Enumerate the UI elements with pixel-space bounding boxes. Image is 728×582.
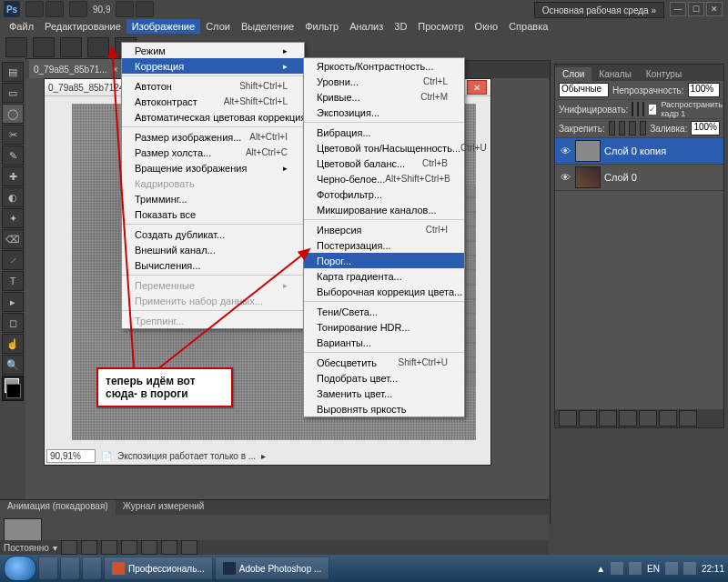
workspace-switcher[interactable]: Основная рабочая среда » <box>534 2 664 18</box>
propagate-checkbox[interactable]: ✓ <box>648 104 657 115</box>
tab-measurement-log[interactable]: Журнал измерений <box>116 500 212 515</box>
link-layers-button[interactable] <box>559 410 577 426</box>
tool-9[interactable]: ⟋ <box>2 250 24 270</box>
zoom-readout[interactable]: 90,9 <box>93 5 110 15</box>
task-photoshop[interactable]: Adobe Photoshop ... <box>215 557 330 580</box>
selection-new-button[interactable] <box>33 37 55 57</box>
document-tab[interactable]: 0_79a85_85b71...× <box>25 58 126 79</box>
menu-item[interactable]: Размер изображения... <box>122 129 304 145</box>
tab-animation[interactable]: Анимация (покадровая) <box>0 500 116 515</box>
maximize-button[interactable]: ☐ <box>688 2 704 16</box>
menu-Изображение[interactable]: Изображение <box>126 19 200 34</box>
volume-icon[interactable] <box>683 562 696 575</box>
language-indicator[interactable]: EN <box>647 564 660 574</box>
menu-item[interactable]: Микширование каналов... <box>304 202 464 217</box>
zoom-input[interactable]: 90,91% <box>46 449 96 463</box>
menu-item[interactable]: Черно-белое... <box>304 171 464 186</box>
opacity-input[interactable]: 100% <box>688 83 720 97</box>
menu-item[interactable]: Кривые... <box>304 89 464 105</box>
image-menu[interactable]: РежимКоррекцияАвтотонАвтоконтрастАвтомат… <box>121 42 305 329</box>
menu-item[interactable]: Заменить цвет... <box>304 386 464 401</box>
system-tray[interactable]: ▲ EN 22:11 <box>596 562 724 575</box>
tool-preset-button[interactable] <box>5 37 27 57</box>
menu-item[interactable]: Создать дубликат... <box>122 226 304 242</box>
prev-frame-button[interactable] <box>81 540 97 555</box>
unify-style-button[interactable] <box>642 102 644 116</box>
play-button[interactable] <box>101 540 117 555</box>
pin-explorer[interactable] <box>38 557 58 580</box>
loop-select[interactable]: Постоянно <box>4 543 49 553</box>
tab-channels[interactable]: Каналы <box>592 67 639 81</box>
menu-item[interactable]: Обесцветить <box>304 355 464 370</box>
menu-Файл[interactable]: Файл <box>4 19 39 34</box>
menu-item[interactable]: Экспозиция... <box>304 105 464 120</box>
menu-Слои[interactable]: Слои <box>200 19 236 34</box>
menu-Редактирование[interactable]: Редактирование <box>39 19 126 34</box>
next-frame-button[interactable] <box>121 540 137 555</box>
visibility-icon[interactable]: 👁 <box>559 171 571 184</box>
menu-item[interactable]: Тени/Света... <box>304 304 464 319</box>
tool-13[interactable]: ☝ <box>2 334 24 354</box>
color-swatch[interactable] <box>2 376 24 401</box>
tween-button[interactable] <box>141 540 157 555</box>
menu-item[interactable]: Показать все <box>122 206 304 222</box>
tool-6[interactable]: ◐ <box>2 187 24 207</box>
arrange-docs-button[interactable] <box>116 1 134 17</box>
tool-10[interactable]: T <box>2 271 24 291</box>
menu-Окно[interactable]: Окно <box>470 19 504 34</box>
menu-Фильтр[interactable]: Фильтр <box>299 19 344 34</box>
windows-taskbar[interactable]: Профессиональ... Adobe Photoshop ... ▲ E… <box>0 555 728 582</box>
menu-item[interactable]: Яркость/Контрастность... <box>304 58 464 74</box>
menu-3D[interactable]: 3D <box>389 19 412 34</box>
launch-bridge-button[interactable] <box>25 1 44 17</box>
layer-thumbnail[interactable] <box>575 166 601 188</box>
pin-app[interactable] <box>82 557 102 580</box>
menu-item[interactable]: Карта градиента... <box>304 268 464 284</box>
menu-item[interactable]: Автоматическая цветовая коррекция <box>122 109 304 125</box>
close-button[interactable]: ✕ <box>706 2 723 16</box>
menu-item[interactable]: Вибрация... <box>304 125 464 140</box>
menu-item[interactable]: Режим <box>122 43 304 58</box>
menu-item[interactable]: Порог... <box>304 253 464 268</box>
menu-item[interactable]: Тримминг... <box>122 191 304 206</box>
delete-frame-button[interactable] <box>181 540 197 555</box>
tool-5[interactable]: ✚ <box>2 166 24 186</box>
tool-3[interactable]: ✂ <box>2 125 24 145</box>
tab-layers[interactable]: Слои <box>555 67 592 81</box>
adjustments-submenu[interactable]: Яркость/Контрастность...Уровни...Кривые.… <box>303 57 465 417</box>
menu-Справка[interactable]: Справка <box>503 19 553 34</box>
minimize-button[interactable]: — <box>670 2 686 16</box>
tray-icon[interactable] <box>629 562 642 575</box>
tool-14[interactable]: 🔍 <box>2 355 24 375</box>
mini-bridge-button[interactable] <box>46 1 64 17</box>
close-icon[interactable]: × <box>113 65 118 75</box>
layer-row[interactable]: 👁Слой 0 <box>555 165 723 191</box>
tool-0[interactable]: ▤ <box>2 62 24 82</box>
menu-item[interactable]: Цветовой тон/Насыщенность... <box>304 140 464 156</box>
clock[interactable]: 22:11 <box>702 564 724 574</box>
screen-mode-button[interactable] <box>136 1 154 17</box>
menu-item[interactable]: Инверсия <box>304 222 464 237</box>
menu-item[interactable]: Уровни... <box>304 74 464 89</box>
tool-11[interactable]: ▸ <box>2 292 24 312</box>
menu-Анализ[interactable]: Анализ <box>344 19 389 34</box>
lock-transparent-button[interactable] <box>609 121 615 135</box>
menu-Просмотр[interactable]: Просмотр <box>412 19 469 34</box>
menu-bar[interactable]: ФайлРедактированиеИзображениеСлоиВыделен… <box>0 18 728 35</box>
tool-12[interactable]: ◻ <box>2 313 24 333</box>
menu-item[interactable]: Цветовой баланс... <box>304 156 464 171</box>
lock-all-button[interactable] <box>640 121 646 135</box>
selection-subtract-button[interactable] <box>87 37 109 57</box>
blend-mode-select[interactable]: Обычные <box>559 83 609 97</box>
tool-2[interactable]: ◯ <box>2 104 24 124</box>
tab-paths[interactable]: Контуры <box>639 67 689 81</box>
menu-item[interactable]: Тонирование HDR... <box>304 319 464 335</box>
layer-row[interactable]: 👁Слой 0 копия <box>555 138 723 165</box>
menu-item[interactable]: Варианты... <box>304 335 464 350</box>
menu-item[interactable]: Автотон <box>122 78 304 94</box>
menu-Выделение[interactable]: Выделение <box>236 19 299 34</box>
menu-item[interactable]: Размер холста... <box>122 145 304 160</box>
first-frame-button[interactable] <box>61 540 77 555</box>
tool-7[interactable]: ✦ <box>2 208 24 228</box>
lock-pixels-button[interactable] <box>619 121 625 135</box>
